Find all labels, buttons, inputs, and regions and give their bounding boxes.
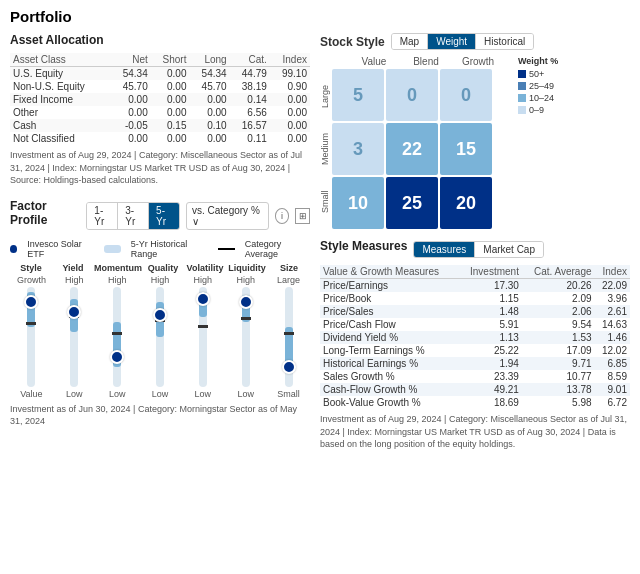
factor-tab-group[interactable]: 1-Yr 3-Yr 5-Yr (86, 202, 180, 230)
ms-cell-8: 20 (440, 177, 492, 229)
asset-cell-index: 0.00 (270, 119, 310, 132)
info-icon[interactable]: i (275, 208, 290, 224)
asset-cell-name: Non-U.S. Equity (10, 80, 111, 93)
table-icon[interactable]: ⊞ (295, 208, 310, 224)
tab-5yr[interactable]: 5-Yr (149, 203, 179, 229)
measures-cell-name: Historical Earnings % (320, 357, 459, 370)
tab-historical[interactable]: Historical (476, 34, 533, 49)
row-label-small: Small (320, 176, 330, 228)
tab-measures[interactable]: Measures (414, 242, 475, 257)
asset-cell-net: 0.00 (111, 93, 151, 106)
measures-cell-catAvg: 9.71 (522, 357, 595, 370)
weight-color-box (518, 94, 526, 102)
measures-cell-name: Long-Term Earnings % (320, 344, 459, 357)
factor-bar-container (107, 287, 127, 387)
factor-col-momentum-header: Momentum (94, 263, 142, 273)
measures-cell-investment: 18.69 (459, 396, 522, 409)
weight-label: 0–9 (529, 105, 544, 115)
factor-top-label: High (65, 275, 84, 285)
ms-cell-7: 25 (386, 177, 438, 229)
measures-cell-catAvg: 9.54 (522, 318, 595, 331)
ms-cell-3: 3 (332, 123, 384, 175)
measures-cell-name: Sales Growth % (320, 370, 459, 383)
measures-footnote: Investment as of Aug 29, 2024 | Category… (320, 413, 630, 451)
col-cat: Cat. (230, 53, 270, 67)
asset-cell-long: 0.10 (189, 119, 229, 132)
measures-cell-investment: 5.91 (459, 318, 522, 331)
dropdown-label: vs. Category % ∨ (192, 205, 263, 227)
tab-1yr[interactable]: 1-Yr (87, 203, 118, 229)
page-title: Portfolio (10, 8, 630, 25)
measures-cell-investment: 49.21 (459, 383, 522, 396)
tab-3yr[interactable]: 3-Yr (118, 203, 149, 229)
measures-tab-group[interactable]: Measures Market Cap (413, 241, 544, 258)
row-label-medium: Medium (320, 123, 330, 175)
tab-map[interactable]: Map (392, 34, 428, 49)
stock-style-tab-group[interactable]: Map Weight Historical (391, 33, 535, 50)
measures-cell-catAvg: 10.77 (522, 370, 595, 383)
factor-col-4: High (181, 275, 224, 387)
measures-row: Historical Earnings %1.949.716.85 (320, 357, 630, 370)
asset-cell-short: 0.00 (151, 93, 190, 106)
factor-track (27, 287, 35, 387)
measures-cell-investment: 1.15 (459, 292, 522, 305)
factor-bar-container (150, 287, 170, 387)
factor-main-dot (239, 295, 253, 309)
tab-weight[interactable]: Weight (428, 34, 476, 49)
factor-top-label: High (108, 275, 127, 285)
measures-row: Price/Sales1.482.062.61 (320, 305, 630, 318)
category-dropdown[interactable]: vs. Category % ∨ (186, 202, 269, 230)
factor-main-dot (282, 360, 296, 374)
measures-cell-index: 8.59 (595, 370, 630, 383)
measures-cell-index: 14.63 (595, 318, 630, 331)
asset-cell-long: 0.00 (189, 132, 229, 145)
measures-row: Sales Growth %23.3910.778.59 (320, 370, 630, 383)
asset-cell-index: 0.00 (270, 106, 310, 119)
measures-cell-catAvg: 2.06 (522, 305, 595, 318)
factor-main-dot (24, 295, 38, 309)
factor-main-dot (196, 292, 210, 306)
measures-cell-name: Price/Cash Flow (320, 318, 459, 331)
measures-row: Book-Value Growth %18.695.986.72 (320, 396, 630, 409)
factor-col-liquidity-header: Liquidity (226, 263, 268, 273)
ms-cell-1: 0 (386, 69, 438, 121)
factor-col-quality-header: Quality (142, 263, 184, 273)
factor-bar-container (236, 287, 256, 387)
factor-col-size-header: Size (268, 263, 310, 273)
factor-cat-line (241, 317, 251, 320)
factor-cat-line (112, 332, 122, 335)
measures-cell-index: 9.01 (595, 383, 630, 396)
ms-cell-5: 15 (440, 123, 492, 175)
asset-cell-index: 0.00 (270, 132, 310, 145)
factor-bottom-momentum: Low (96, 389, 139, 399)
asset-cell-long: 45.70 (189, 80, 229, 93)
measures-cell-index: 12.02 (595, 344, 630, 357)
weight-legend-item: 25–49 (518, 81, 558, 91)
measures-cell-name: Cash-Flow Growth % (320, 383, 459, 396)
weight-legend-item: 0–9 (518, 105, 558, 115)
tab-market-cap[interactable]: Market Cap (475, 242, 543, 257)
factor-bar-container (279, 287, 299, 387)
legend-line-category (218, 248, 234, 250)
factor-main-dot (67, 305, 81, 319)
weight-color-box (518, 106, 526, 114)
weight-label: 25–49 (529, 81, 554, 91)
asset-cell-cat: 6.56 (230, 106, 270, 119)
measures-cell-index: 22.09 (595, 279, 630, 293)
measures-table: Value & Growth Measures Investment Cat. … (320, 265, 630, 409)
measures-col-investment: Investment (459, 265, 522, 279)
legend-label-investment: Invesco Solar ETF (27, 239, 94, 259)
asset-cell-index: 0.90 (270, 80, 310, 93)
factor-cat-line (198, 325, 208, 328)
asset-cell-short: 0.00 (151, 106, 190, 119)
col-net: Net (111, 53, 151, 67)
factor-col-2: High (96, 275, 139, 387)
style-measures-title: Style Measures (320, 239, 407, 253)
weight-label: 10–24 (529, 93, 554, 103)
col-long: Long (189, 53, 229, 67)
measures-cell-investment: 23.39 (459, 370, 522, 383)
legend-dot-investment (10, 245, 17, 253)
factor-top-label: High (194, 275, 213, 285)
factor-top-label: Growth (17, 275, 46, 285)
asset-cell-cat: 38.19 (230, 80, 270, 93)
